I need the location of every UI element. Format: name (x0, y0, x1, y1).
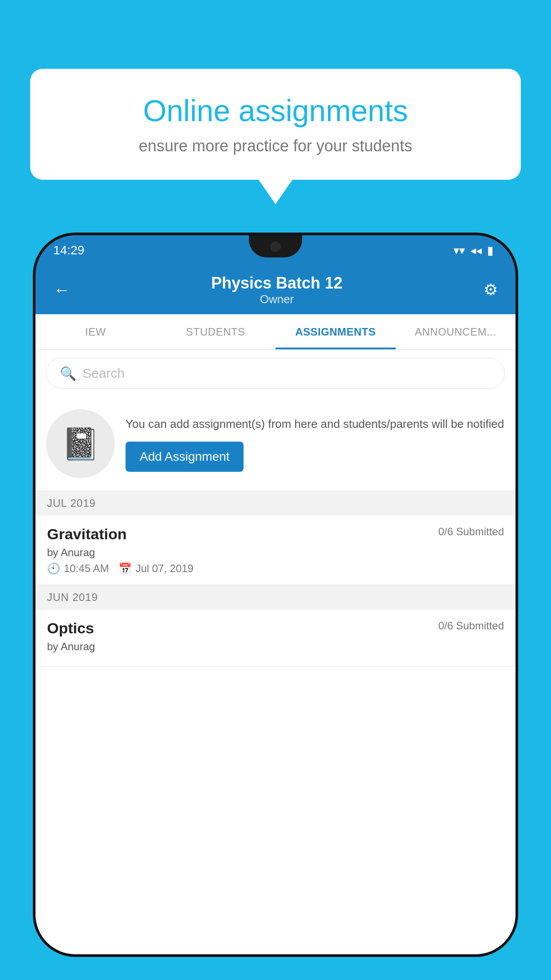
speech-bubble: Online assignments ensure more practice … (30, 69, 521, 180)
search-bar[interactable]: 🔍 Search (46, 358, 505, 389)
assignment-optics[interactable]: Optics 0/6 Submitted by Anurag (35, 610, 516, 667)
status-icons: ▾▾ ◂◂ ▮ (453, 244, 493, 257)
assignment-gravitation-meta: 🕙 10:45 AM 📅 Jul 07, 2019 (47, 562, 504, 575)
assignment-gravitation-date: 📅 Jul 07, 2019 (118, 562, 193, 575)
month-jul-2019: JUL 2019 (35, 491, 516, 516)
tab-announcements[interactable]: ANNOUNCEM... (396, 314, 516, 349)
app-content: 🔍 Search 📓 You can add assignment(s) fro… (35, 350, 516, 954)
notch (249, 235, 302, 257)
search-bar-wrapper: 🔍 Search (35, 350, 516, 397)
assignment-optics-by: by Anurag (47, 640, 504, 653)
tab-iew[interactable]: IEW (35, 314, 156, 349)
promo-section: 📓 You can add assignment(s) from here an… (35, 397, 516, 491)
calendar-icon: 📅 (118, 562, 132, 575)
signal-icon: ◂◂ (470, 244, 482, 257)
assignment-gravitation[interactable]: Gravitation 0/6 Submitted by Anurag 🕙 10… (35, 516, 516, 585)
assignment-optics-header: Optics 0/6 Submitted (47, 620, 504, 637)
month-jun-2019: JUN 2019 (35, 585, 516, 610)
speech-bubble-tail (259, 180, 292, 204)
phone-frame: 14:29 ▾▾ ◂◂ ▮ ← Physics Batch 12 Owner ⚙… (35, 235, 516, 954)
app-header: ← Physics Batch 12 Owner ⚙ (35, 265, 516, 314)
clock-icon: 🕙 (47, 562, 60, 575)
assignment-gravitation-by: by Anurag (47, 546, 504, 559)
search-icon: 🔍 (60, 366, 76, 381)
speech-bubble-title: Online assignments (57, 93, 494, 128)
gravitation-time-value: 10:45 AM (64, 562, 109, 575)
phone-wrapper: 14:29 ▾▾ ◂◂ ▮ ← Physics Batch 12 Owner ⚙… (35, 235, 516, 980)
camera-dot (270, 241, 281, 252)
notebook-icon: 📓 (61, 426, 100, 462)
promo-description: You can add assignment(s) from here and … (126, 415, 505, 433)
assignment-optics-name: Optics (47, 620, 94, 637)
header-center: Physics Batch 12 Owner (211, 274, 342, 306)
promo-right: You can add assignment(s) from here and … (126, 415, 505, 472)
assignment-gravitation-header: Gravitation 0/6 Submitted (47, 526, 504, 543)
gravitation-date-value: Jul 07, 2019 (135, 562, 193, 575)
wifi-icon: ▾▾ (453, 244, 465, 257)
tab-students[interactable]: STUDENTS (156, 314, 276, 349)
promo-icon-circle: 📓 (46, 409, 115, 478)
tab-assignments[interactable]: ASSIGNMENTS (276, 314, 396, 349)
assignment-optics-submitted: 0/6 Submitted (438, 620, 504, 632)
assignment-gravitation-submitted: 0/6 Submitted (438, 526, 504, 538)
back-button[interactable]: ← (53, 281, 70, 300)
speech-bubble-section: Online assignments ensure more practice … (30, 69, 521, 204)
header-title: Physics Batch 12 (211, 274, 342, 292)
add-assignment-button[interactable]: Add Assignment (126, 442, 244, 472)
assignment-gravitation-name: Gravitation (47, 526, 126, 543)
search-placeholder: Search (83, 366, 125, 381)
gear-icon[interactable]: ⚙ (484, 281, 498, 299)
assignment-gravitation-time: 🕙 10:45 AM (47, 562, 109, 575)
speech-bubble-subtitle: ensure more practice for your students (57, 137, 494, 155)
status-bar: 14:29 ▾▾ ◂◂ ▮ (35, 235, 516, 265)
header-subtitle: Owner (211, 292, 342, 306)
battery-icon: ▮ (487, 244, 493, 257)
status-time: 14:29 (53, 243, 84, 257)
tabs-bar: IEW STUDENTS ASSIGNMENTS ANNOUNCEM... (35, 314, 516, 350)
